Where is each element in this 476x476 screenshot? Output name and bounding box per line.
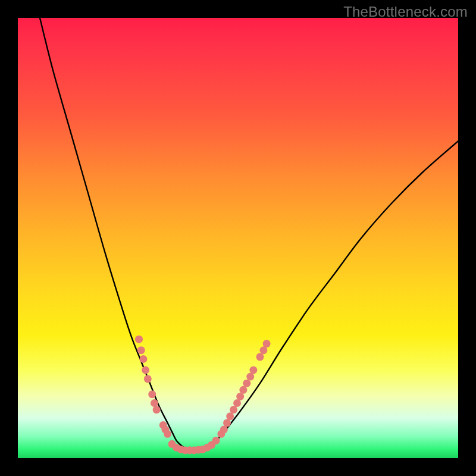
- data-dot: [153, 406, 161, 414]
- data-dot: [243, 380, 250, 387]
- data-dots: [135, 336, 271, 454]
- plot-area: [18, 18, 458, 458]
- chart-frame: TheBottleneck.com: [0, 0, 476, 476]
- data-dot: [230, 406, 237, 414]
- data-dot: [256, 353, 264, 361]
- data-dot: [137, 346, 145, 354]
- data-dot: [164, 430, 171, 438]
- data-dot: [220, 425, 228, 433]
- data-dot: [236, 393, 244, 400]
- data-dot: [246, 373, 254, 381]
- data-dot: [249, 367, 257, 374]
- data-dot: [223, 419, 231, 427]
- chart-svg: [18, 18, 458, 458]
- data-dot: [139, 355, 147, 363]
- data-dot: [144, 375, 152, 383]
- data-dot: [239, 386, 247, 394]
- data-dot: [263, 340, 271, 347]
- data-dot: [259, 346, 267, 354]
- data-dot: [142, 367, 149, 374]
- data-dot: [233, 399, 241, 407]
- data-dot: [212, 437, 220, 444]
- data-dot: [151, 399, 158, 407]
- data-dot: [148, 390, 156, 398]
- data-dot: [226, 412, 234, 420]
- data-dot: [135, 336, 143, 343]
